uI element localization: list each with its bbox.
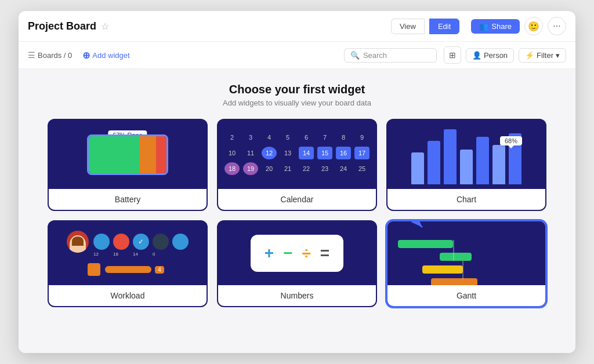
wl-bar-orange [105,266,151,273]
numbers-widget-card[interactable]: + − ÷ = Numbers [217,220,377,307]
cal-cell: 3 [243,131,258,144]
battery-red-segment [156,136,166,173]
sub-bar: ☰ Boards / 0 ⊕ Add widget 🔍 Search ⊞ 👤 P… [19,42,575,69]
sub-bar-actions: ⊞ 👤 Person ⚡ Filter ▾ [444,46,566,64]
share-icon: 👥 [479,22,488,31]
cal-cell-range: 14 [299,147,314,159]
section-subtitle: Add widgets to visually view your board … [223,99,371,107]
workload-bar-icon [88,263,100,276]
chart-bar-5 [476,137,489,184]
gantt-widget-card[interactable]: Gantt [386,220,546,307]
chart-preview: 68% [387,120,545,189]
title-bar: Project Board ☆ View Edit 👥 Share 🙂 ··· [19,11,575,42]
main-window: Project Board ☆ View Edit 👥 Share 🙂 ··· … [19,11,575,353]
filter-button[interactable]: ⚡ Filter ▾ [519,48,566,63]
divide-symbol: ÷ [302,244,310,263]
wl-circle [113,234,129,250]
boards-icon: ☰ [28,50,35,60]
chart-bar-2 [428,141,440,184]
add-icon: ⊕ [82,50,90,61]
view-button[interactable]: View [391,19,425,34]
cal-cell: 24 [336,162,351,175]
workload-progress-bars: 4 [105,266,168,274]
filter-label: Filter [537,51,553,60]
chart-bar-6 [492,145,505,184]
chart-tooltip: 68% [500,136,522,145]
chart-bar-3 [444,129,457,184]
gantt-widget-label: Gantt [387,285,545,306]
battery-widget-card[interactable]: 67% Done Battery [48,119,208,211]
cal-cell: 20 [262,162,277,175]
cal-cell-today: 12 [262,147,277,159]
cal-cell: 10 [224,147,240,159]
gantt-bar-3 [422,265,463,274]
wl-label: 14 [133,252,138,257]
cal-cell: 7 [317,131,332,144]
cal-cell: 23 [317,162,332,175]
edit-button[interactable]: Edit [429,19,459,34]
share-button[interactable]: 👥 Share [471,19,520,34]
workload-widget-card[interactable]: 12 18 ✓ 14 [48,220,208,307]
wl-bar-row-1: 4 [105,266,168,274]
add-widget-label: Add widget [92,51,129,60]
cal-cell: 6 [299,131,314,144]
calendar-widget-card[interactable]: 2 3 4 5 6 7 8 9 10 11 12 [217,119,377,211]
battery-green-segment [89,136,140,173]
search-icon: 🔍 [350,51,360,60]
add-widget-button[interactable]: ⊕ Add widget [79,49,133,62]
wl-circle [172,234,189,250]
cal-cell-purple: 18 [224,162,240,175]
cal-cell-range: 15 [317,147,332,159]
calendar-grid: 2 3 4 5 6 7 8 9 10 11 12 [223,131,371,178]
grid-view-button[interactable]: ⊞ [444,46,461,64]
calendar-preview: 2 3 4 5 6 7 8 9 10 11 12 [218,120,376,189]
search-box[interactable]: 🔍 Search [344,48,437,63]
calendar-row-1: 2 3 4 5 6 7 8 9 [223,131,371,144]
wl-label: 12 [93,252,99,257]
calendar-widget-label: Calendar [218,189,376,210]
battery-widget-label: Battery [49,189,207,210]
workload-row-1: 12 18 ✓ 14 [67,231,189,253]
cal-cell: 5 [280,131,295,144]
person-icon: 👤 [472,51,481,60]
chevron-down-icon: ▾ [556,51,560,60]
cal-cell: 11 [243,147,258,159]
more-options-button[interactable]: ··· [548,17,566,35]
numbers-preview: + − ÷ = [218,221,376,285]
cal-cell-range: 17 [354,147,370,159]
star-icon[interactable]: ☆ [101,21,109,32]
filter-icon: ⚡ [525,51,534,60]
wl-circle: ✓ [133,234,149,250]
search-placeholder: Search [363,51,387,60]
person-label: Person [484,51,508,60]
emoji-button[interactable]: 🙂 [524,17,543,35]
calendar-row-2: 10 11 12 13 14 15 16 17 [223,147,371,159]
main-content: Choose your first widget Add widgets to … [19,69,575,353]
wl-bar-count: 4 [155,266,164,274]
gantt-preview [387,221,545,285]
cal-cell-purple: 19 [243,162,258,175]
workload-avatar [67,231,89,253]
person-button[interactable]: 👤 Person [466,48,514,63]
cal-cell: 13 [280,147,295,159]
cal-cell: 21 [280,162,295,175]
cal-cell: 8 [336,131,351,144]
calendar-row-3: 18 19 20 21 22 23 24 25 [223,162,371,175]
gantt-connector-1 [453,240,454,261]
chart-bar-4 [460,150,473,184]
cal-cell: 4 [262,131,277,144]
share-label: Share [491,22,512,31]
equals-symbol: = [320,244,329,263]
plus-symbol: + [265,244,274,263]
wl-circle [93,234,110,250]
wl-label: 0 [153,252,155,257]
gantt-bar-4 [431,278,477,285]
workload-row-2: 4 [88,263,168,276]
wl-circle [153,234,169,250]
chart-widget-card[interactable]: 68% Chart [386,119,546,211]
battery-preview: 67% Done [49,120,207,189]
widget-grid: 67% Done Battery 2 3 [48,119,546,307]
gantt-connector-2 [462,261,463,279]
breadcrumb: ☰ Boards / 0 [28,50,72,60]
workload-widget-label: Workload [49,285,207,306]
